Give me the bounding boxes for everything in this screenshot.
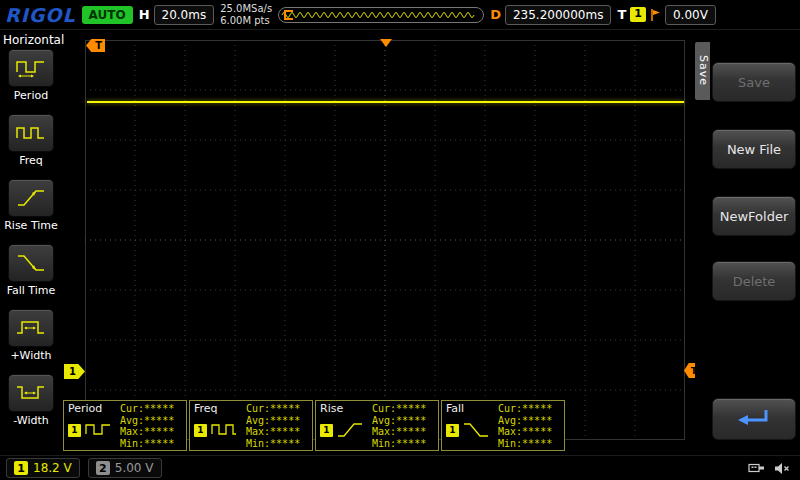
measurement-line: Max:***** <box>120 426 184 438</box>
measurement-line: Max:***** <box>372 426 436 438</box>
right-menu: Save Save New File NewFolder Delete <box>695 30 800 455</box>
channel-badge: 1 <box>194 424 207 437</box>
bottom-bar: 1 18.2 V 2 5.00 V <box>0 455 800 480</box>
measurement-panel-freq: Freq 1 Cur:***** Avg:***** Max:***** Min… <box>189 400 313 451</box>
trigger-group: T 1 0.00V <box>617 5 715 25</box>
sidebar-item-rise-time[interactable]: Rise Time <box>0 179 62 244</box>
measurement-line: Max:***** <box>246 426 310 438</box>
waveform-display: T 1 T Period 1 Cur:***** Avg:***** <box>62 30 700 455</box>
measurement-line: Cur:***** <box>120 403 184 415</box>
freq-icon <box>8 114 54 152</box>
measurement-line: Min:***** <box>498 438 562 450</box>
measurement-line: Cur:***** <box>246 403 310 415</box>
delay-value: 235.200000ms <box>505 5 611 25</box>
usb-icon <box>748 462 766 474</box>
channel-badge: 1 <box>320 424 333 437</box>
fall-waveform-icon <box>462 420 490 440</box>
sidebar-item-label: Period <box>14 89 48 102</box>
channel1-offset-marker[interactable]: 1 <box>64 364 85 379</box>
memory-waveform-bar[interactable] <box>278 7 484 23</box>
trigger-level-value: 0.00V <box>665 5 716 25</box>
measurement-line: Min:***** <box>372 438 436 450</box>
channel2-chip: 2 <box>96 461 110 475</box>
rigol-logo: RIGOL <box>5 4 76 26</box>
new-file-button[interactable]: New File <box>712 129 796 169</box>
delay-label: D <box>490 7 501 22</box>
sidebar-item-label: Freq <box>19 154 43 167</box>
sidebar-item-period[interactable]: Period <box>0 49 62 114</box>
timebase-value: 20.0ms <box>154 5 215 25</box>
measurement-line: Avg:***** <box>498 415 562 427</box>
return-arrow-icon <box>734 406 774 432</box>
freq-waveform-icon <box>210 420 238 440</box>
rise-waveform-icon <box>336 420 364 440</box>
trigger-edge-icon <box>650 8 661 22</box>
channel2-scale: 5.00 V <box>115 461 154 475</box>
save-button[interactable]: Save <box>712 62 796 102</box>
left-menu: Horizontal Period Freq <box>0 30 62 455</box>
measurement-name: Freq <box>194 403 246 415</box>
sidebar-item-minus-width[interactable]: -Width <box>0 374 62 439</box>
rise-time-icon <box>8 179 54 217</box>
sidebar-item-fall-time[interactable]: Fall Time <box>0 244 62 309</box>
channel-badge: 1 <box>446 424 459 437</box>
measurement-line: Avg:***** <box>120 415 184 427</box>
measurement-panel-fall: Fall 1 Cur:***** Avg:***** Max:***** Min… <box>441 400 565 451</box>
oscilloscope-screen: RIGOL AUTO H 20.0ms 25.0MSa/s 6.00M pts … <box>0 0 800 480</box>
new-folder-button[interactable]: NewFolder <box>712 196 796 236</box>
fall-time-icon <box>8 244 54 282</box>
measurement-line: Avg:***** <box>246 415 310 427</box>
run-state-badge: AUTO <box>82 6 133 24</box>
sidebar-item-label: Fall Time <box>7 284 56 297</box>
memory-window-marker[interactable] <box>284 10 293 20</box>
sidebar-item-label: Rise Time <box>4 219 58 232</box>
measurement-line: Cur:***** <box>372 403 436 415</box>
channel1-trace <box>87 101 684 103</box>
period-icon <box>8 49 54 87</box>
left-menu-title: Horizontal <box>0 30 64 49</box>
sidebar-item-plus-width[interactable]: +Width <box>0 309 62 374</box>
measurement-name: Period <box>68 403 120 415</box>
channel2-badge[interactable]: 2 5.00 V <box>88 458 162 478</box>
save-menu-tab: Save <box>695 42 710 100</box>
horizontal-group: H 20.0ms <box>139 5 215 25</box>
plus-width-icon <box>8 309 54 347</box>
measurement-name: Fall <box>446 403 498 415</box>
measurement-panel-period: Period 1 Cur:***** Avg:***** Max:***** M… <box>63 400 187 451</box>
delete-button[interactable]: Delete <box>712 261 796 301</box>
measurement-line: Min:***** <box>120 438 184 450</box>
minus-width-icon <box>8 374 54 412</box>
memory-depth: 6.00M pts <box>220 15 272 27</box>
measurement-line: Min:***** <box>246 438 310 450</box>
period-waveform-icon <box>84 420 112 440</box>
measurement-line: Max:***** <box>498 426 562 438</box>
acquisition-info: 25.0MSa/s 6.00M pts <box>220 3 272 26</box>
channel1-chip: 1 <box>14 461 28 475</box>
trigger-source-badge: 1 <box>630 7 646 21</box>
back-button[interactable] <box>712 398 796 440</box>
speaker-icon <box>774 462 790 475</box>
graticule-grid <box>85 40 685 440</box>
trigger-position-icon[interactable] <box>380 39 392 47</box>
waveform-squiggle-icon <box>279 8 483 22</box>
system-icons <box>748 462 794 475</box>
channel-badge: 1 <box>68 424 81 437</box>
sample-rate: 25.0MSa/s <box>220 3 272 15</box>
sidebar-item-label: +Width <box>10 349 51 362</box>
top-bar: RIGOL AUTO H 20.0ms 25.0MSa/s 6.00M pts … <box>0 0 800 30</box>
channel1-scale: 18.2 V <box>33 461 72 475</box>
trigger-label: T <box>617 7 626 22</box>
measurement-panel-rise: Rise 1 Cur:***** Avg:***** Max:***** Min… <box>315 400 439 451</box>
measurement-line: Cur:***** <box>498 403 562 415</box>
measurement-row: Period 1 Cur:***** Avg:***** Max:***** M… <box>63 400 565 451</box>
sidebar-item-freq[interactable]: Freq <box>0 114 62 179</box>
horizontal-label: H <box>139 7 150 22</box>
measurement-line: Avg:***** <box>372 415 436 427</box>
delay-group: D 235.200000ms <box>490 5 611 25</box>
sidebar-item-label: -Width <box>13 414 48 427</box>
measurement-name: Rise <box>320 403 372 415</box>
channel1-badge[interactable]: 1 18.2 V <box>6 458 80 478</box>
